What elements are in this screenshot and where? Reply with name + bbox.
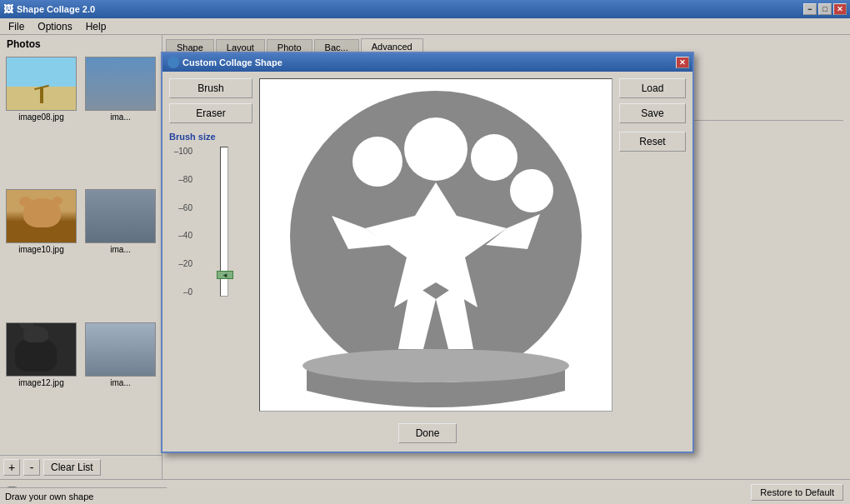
title-bar-left: 🖼 Shape Collage 2.0 bbox=[3, 3, 95, 15]
clear-list-button[interactable]: Clear List bbox=[43, 459, 101, 476]
photo-thumb[interactable] bbox=[85, 57, 156, 111]
title-bar: 🖼 Shape Collage 2.0 − □ ✕ bbox=[0, 0, 850, 18]
photo-label: image10.jpg bbox=[18, 245, 63, 254]
close-button[interactable]: ✕ bbox=[833, 3, 847, 15]
status-text-label: Draw your own shape bbox=[5, 492, 93, 502]
photos-header: Photos bbox=[0, 35, 162, 53]
modal-icon bbox=[168, 57, 179, 68]
scale-80: –80 bbox=[169, 175, 192, 184]
slider-indicator: ◄ bbox=[222, 272, 228, 279]
modal-canvas[interactable] bbox=[259, 78, 612, 412]
add-photos-button[interactable]: + bbox=[3, 459, 20, 476]
reset-button[interactable]: Reset bbox=[619, 132, 686, 152]
list-item[interactable]: ima... bbox=[82, 322, 158, 452]
modal-close-button[interactable]: ✕ bbox=[676, 57, 689, 68]
scale-60: –60 bbox=[169, 203, 192, 212]
window-controls: − □ ✕ bbox=[803, 3, 847, 15]
app-icon: 🖼 bbox=[3, 3, 13, 15]
photos-grid[interactable]: image08.jpg ima... image10.jpg ima... bbox=[0, 53, 162, 455]
brush-size-slider-track[interactable]: ◄ bbox=[220, 147, 228, 297]
list-item[interactable]: ima... bbox=[82, 189, 158, 318]
list-item[interactable]: image08.jpg bbox=[3, 57, 79, 186]
modal-body: Brush Eraser Brush size –100 –80 –60 –40… bbox=[162, 72, 692, 418]
shape-canvas-svg[interactable] bbox=[282, 82, 590, 407]
list-item[interactable]: image10.jpg bbox=[3, 189, 79, 318]
menu-options[interactable]: Options bbox=[32, 19, 77, 34]
photo-label: ima... bbox=[110, 112, 130, 122]
restore-default-button[interactable]: Restore to Default bbox=[751, 484, 843, 501]
svg-point-9 bbox=[510, 169, 553, 212]
scale-100: –100 bbox=[169, 147, 192, 156]
photos-footer: + - Clear List bbox=[0, 455, 162, 479]
photo-thumb[interactable] bbox=[85, 322, 156, 377]
list-item[interactable]: image12.jpg bbox=[3, 322, 79, 452]
photo-label: image12.jpg bbox=[18, 378, 63, 387]
svg-point-8 bbox=[471, 134, 518, 181]
svg-point-15 bbox=[302, 349, 569, 382]
photo-thumb[interactable] bbox=[6, 322, 77, 377]
brush-scale: –100 –80 –60 –40 –20 –0 bbox=[169, 147, 192, 297]
menu-file[interactable]: File bbox=[3, 19, 29, 34]
svg-point-6 bbox=[404, 117, 468, 181]
photos-panel: Photos image08.jpg ima... bbox=[0, 35, 162, 479]
menu-help[interactable]: Help bbox=[81, 19, 112, 34]
photo-thumb[interactable] bbox=[85, 189, 156, 243]
save-button[interactable]: Save bbox=[619, 103, 686, 123]
maximize-button[interactable]: □ bbox=[818, 3, 832, 15]
svg-point-7 bbox=[352, 137, 402, 187]
minimize-button[interactable]: − bbox=[803, 3, 817, 15]
photo-label: image08.jpg bbox=[18, 112, 63, 122]
scale-20: –20 bbox=[169, 259, 192, 268]
brush-size-slider-handle[interactable]: ◄ bbox=[217, 271, 233, 279]
modal-title-left: Custom Collage Shape bbox=[168, 57, 282, 68]
eraser-button[interactable]: Eraser bbox=[169, 103, 252, 123]
done-button[interactable]: Done bbox=[398, 423, 458, 443]
modal-title-bar: Custom Collage Shape ✕ bbox=[162, 53, 692, 72]
photo-label: ima... bbox=[110, 378, 130, 387]
brush-size-container: –100 –80 –60 –40 –20 –0 ◄ bbox=[169, 147, 252, 297]
modal-footer: Done bbox=[162, 418, 692, 452]
app-title: Shape Collage 2.0 bbox=[17, 4, 95, 14]
menu-bar: File Options Help bbox=[0, 18, 850, 35]
load-button[interactable]: Load bbox=[619, 78, 686, 98]
photo-thumb[interactable] bbox=[6, 189, 77, 243]
remove-photos-button[interactable]: - bbox=[23, 459, 40, 476]
brush-size-label: Brush size bbox=[169, 132, 252, 142]
scale-40: –40 bbox=[169, 231, 192, 240]
photo-thumb[interactable] bbox=[6, 57, 77, 111]
photo-label: ima... bbox=[110, 245, 130, 254]
brush-button[interactable]: Brush bbox=[169, 78, 252, 98]
list-item[interactable]: ima... bbox=[82, 57, 158, 186]
modal-right-panel: Load Save Reset bbox=[619, 78, 686, 412]
modal-window: Custom Collage Shape ✕ Brush Eraser Brus… bbox=[161, 52, 694, 453]
modal-left-panel: Brush Eraser Brush size –100 –80 –60 –40… bbox=[169, 78, 252, 412]
modal-title-text: Custom Collage Shape bbox=[182, 57, 282, 67]
scale-0: –0 bbox=[169, 287, 192, 297]
status-text: Draw your own shape bbox=[0, 487, 167, 504]
